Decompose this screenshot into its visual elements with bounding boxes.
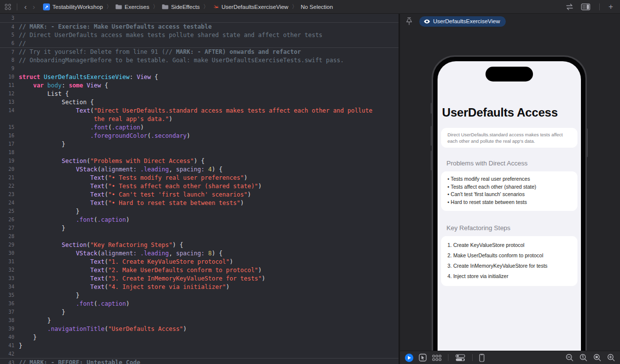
line-number: 34 <box>0 284 19 289</box>
code-line[interactable]: 42 <box>0 350 399 358</box>
code-line[interactable]: 27 } <box>0 224 399 232</box>
code-text: Text("• Can't test 'first launch' scenar… <box>19 191 251 198</box>
code-line[interactable]: 23 Text("• Can't test 'first launch' sce… <box>0 190 399 199</box>
code-line[interactable]: 34 Text("4. Inject store via initializer… <box>0 283 399 291</box>
code-line[interactable]: 4// MARK: - Exercise: Make UserDefaults … <box>0 22 399 31</box>
code-line[interactable]: 15 .font(.caption) <box>0 123 399 131</box>
code-editor[interactable]: 34// MARK: - Exercise: Make UserDefaults… <box>0 14 399 364</box>
code-line[interactable]: 33 Text("3. Create InMemoryKeyValueStore… <box>0 274 399 283</box>
select-cursor-icon[interactable] <box>419 354 427 362</box>
line-number: 41 <box>0 343 19 348</box>
code-line[interactable]: the real app's data.") <box>0 115 399 123</box>
code-text: Section { <box>19 99 94 106</box>
breadcrumb-item[interactable]: No Selection <box>301 4 333 10</box>
code-line[interactable]: 21 Text("• Tests modify real user prefer… <box>0 173 399 182</box>
phone-section-header: Key Refactoring Steps <box>446 224 577 232</box>
preview-canvas: UserDefaults Access Direct UserDefaults.… <box>400 29 620 351</box>
breadcrumb-label: Exercises <box>125 4 149 10</box>
phone-section-card: 1. Create KeyValueStore protocol2. Make … <box>441 236 577 286</box>
line-number: 19 <box>0 158 19 163</box>
variants-grid-icon[interactable] <box>432 355 442 361</box>
code-line[interactable]: 28 <box>0 232 399 241</box>
code-line[interactable]: 14 Text("Direct UserDefaults.standard ac… <box>0 106 399 115</box>
editor-options-icon[interactable] <box>581 3 590 10</box>
breadcrumb-item[interactable]: UserDefaultsExerciseView <box>212 3 288 10</box>
code-text: Text("1. Create KeyValueStore protocol") <box>19 258 233 265</box>
code-line[interactable]: 11 var body: some View { <box>0 81 399 89</box>
code-line[interactable]: 39 .navigationTitle("UserDefaults Access… <box>0 324 399 333</box>
breadcrumb-item[interactable]: Exercises <box>115 4 149 10</box>
zoom-in-icon[interactable] <box>607 354 615 362</box>
preview-tab-bar: UserDefaultsExerciseView <box>400 14 620 29</box>
breadcrumb-item[interactable]: ↗TestabilityWorkshop <box>43 3 103 10</box>
code-line[interactable]: 13 Section { <box>0 98 399 106</box>
code-line[interactable]: 24 Text("• Hard to reset state between t… <box>0 199 399 207</box>
line-number: 28 <box>0 234 19 239</box>
code-text: } <box>19 141 65 148</box>
line-number: 39 <box>0 326 19 331</box>
breadcrumb-item[interactable]: SideEffects <box>162 4 200 10</box>
folder-icon <box>115 4 122 9</box>
code-text: VStack(alignment: .leading, spacing: 4) … <box>19 166 222 173</box>
code-text: Text("• Hard to reset state between test… <box>19 200 244 206</box>
code-line[interactable]: 8// OnboardingManagerBefore to be testab… <box>0 56 399 64</box>
forward-chevron[interactable]: › <box>32 3 36 10</box>
code-line[interactable]: 6// <box>0 39 399 47</box>
code-line[interactable]: 22 Text("• Tests affect each other (shar… <box>0 182 399 190</box>
code-line[interactable]: 35 } <box>0 291 399 299</box>
code-line[interactable]: 17 } <box>0 140 399 148</box>
code-line[interactable]: 20 VStack(alignment: .leading, spacing: … <box>0 165 399 173</box>
code-line[interactable]: 26 .font(.caption) <box>0 215 399 224</box>
phone-nav-title: UserDefaults Access <box>442 106 577 120</box>
code-line[interactable]: 37 } <box>0 308 399 316</box>
code-line[interactable]: 7// Try it yourself: Delete from line 91… <box>0 47 399 56</box>
line-number: 13 <box>0 99 19 105</box>
add-editor-icon[interactable]: + <box>609 2 613 11</box>
zoom-fit-icon[interactable] <box>593 354 601 362</box>
device-settings-icon[interactable] <box>455 354 466 362</box>
code-line[interactable]: 36 .font(.caption) <box>0 299 399 308</box>
code-text: Text("4. Inject store via initializer") <box>19 283 229 290</box>
code-line[interactable]: 38 } <box>0 316 399 324</box>
code-line[interactable]: 32 Text("2. Make UserDefaults conform to… <box>0 266 399 274</box>
code-line[interactable]: 18 <box>0 148 399 157</box>
line-number: 6 <box>0 40 19 46</box>
code-line[interactable]: 16 .foregroundColor(.secondary) <box>0 131 399 140</box>
preview-tab-label: UserDefaultsExerciseView <box>433 18 500 24</box>
code-line[interactable]: 9 <box>0 64 399 73</box>
code-text: // MARK: - BEFORE: Untestable Code <box>19 359 140 364</box>
code-line[interactable]: 25 } <box>0 207 399 215</box>
device-icon[interactable] <box>479 354 485 362</box>
preview-tab[interactable]: UserDefaultsExerciseView <box>419 16 506 27</box>
zoom-out-icon[interactable] <box>566 354 574 362</box>
code-line[interactable]: 40 } <box>0 333 399 341</box>
code-line[interactable]: 30 VStack(alignment: .leading, spacing: … <box>0 249 399 257</box>
code-text: Section("Problems with Direct Access") { <box>19 158 205 164</box>
code-line[interactable]: 31 Text("1. Create KeyValueStore protoco… <box>0 257 399 266</box>
line-number: 43 <box>0 360 19 364</box>
phone-list-item: • Hard to reset state between tests <box>447 199 571 206</box>
code-line[interactable]: 19 Section("Problems with Direct Access"… <box>0 157 399 165</box>
folder-icon <box>162 4 169 9</box>
code-text: .foregroundColor(.secondary) <box>19 132 190 139</box>
line-number: 5 <box>0 32 19 38</box>
code-text: Text("• Tests affect each other (shared … <box>19 183 262 190</box>
preview-pane: UserDefaultsExerciseView UserDefaults Ac… <box>400 14 620 364</box>
editor-grid-icon[interactable] <box>5 4 11 10</box>
code-line[interactable]: 12 List { <box>0 89 399 98</box>
code-line[interactable]: 3 <box>0 14 399 22</box>
code-text: } <box>19 317 51 324</box>
back-chevron[interactable]: ‹ <box>23 3 28 10</box>
zoom-100-icon[interactable] <box>579 354 587 362</box>
iphone-screen: UserDefaults Access Direct UserDefaults.… <box>438 61 581 351</box>
code-line[interactable]: 29 Section("Key Refactoring Steps") { <box>0 241 399 249</box>
swap-editors-icon[interactable] <box>565 3 574 10</box>
live-preview-play-icon[interactable] <box>405 354 413 362</box>
code-line[interactable]: 10struct UserDefaultsExerciseView: View … <box>0 73 399 81</box>
pin-icon[interactable] <box>406 17 412 25</box>
line-number: 11 <box>0 82 19 88</box>
code-line[interactable]: 5// Direct UserDefaults access makes tes… <box>0 31 399 39</box>
code-line[interactable]: 41} <box>0 341 399 350</box>
code-line[interactable]: 43// MARK: - BEFORE: Untestable Code <box>0 358 399 364</box>
line-number: 23 <box>0 192 19 197</box>
